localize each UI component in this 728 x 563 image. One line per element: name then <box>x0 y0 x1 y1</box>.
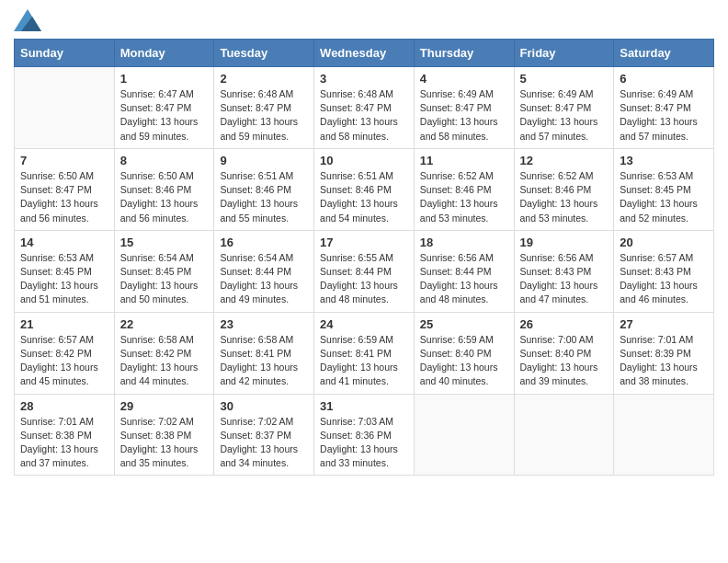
day-cell <box>414 394 514 476</box>
calendar-table: SundayMondayTuesdayWednesdayThursdayFrid… <box>14 39 714 476</box>
day-number: 20 <box>620 236 708 249</box>
day-number: 24 <box>320 317 408 331</box>
day-cell: 10Sunrise: 6:51 AM Sunset: 8:46 PM Dayli… <box>314 148 415 230</box>
day-info: Sunrise: 6:48 AM Sunset: 8:47 PM Dayligh… <box>320 87 408 144</box>
day-cell: 7Sunrise: 6:50 AM Sunset: 8:47 PM Daylig… <box>15 148 115 230</box>
day-info: Sunrise: 6:54 AM Sunset: 8:44 PM Dayligh… <box>220 251 308 307</box>
day-number: 27 <box>620 317 708 331</box>
week-row-1: 1Sunrise: 6:47 AM Sunset: 8:47 PM Daylig… <box>15 67 714 149</box>
day-cell <box>514 394 614 476</box>
day-cell: 28Sunrise: 7:01 AM Sunset: 8:38 PM Dayli… <box>15 394 115 476</box>
day-number: 15 <box>120 236 209 249</box>
day-number: 5 <box>520 72 609 86</box>
day-info: Sunrise: 6:57 AM Sunset: 8:43 PM Dayligh… <box>620 251 708 307</box>
day-cell: 27Sunrise: 7:01 AM Sunset: 8:39 PM Dayli… <box>614 312 714 394</box>
day-number: 3 <box>320 72 408 86</box>
day-info: Sunrise: 7:01 AM Sunset: 8:38 PM Dayligh… <box>20 415 108 471</box>
day-info: Sunrise: 7:00 AM Sunset: 8:40 PM Dayligh… <box>520 333 609 389</box>
day-info: Sunrise: 7:03 AM Sunset: 8:36 PM Dayligh… <box>320 415 408 471</box>
week-row-3: 14Sunrise: 6:53 AM Sunset: 8:45 PM Dayli… <box>15 230 714 312</box>
day-cell: 25Sunrise: 6:59 AM Sunset: 8:40 PM Dayli… <box>414 312 514 394</box>
day-cell: 30Sunrise: 7:02 AM Sunset: 8:37 PM Dayli… <box>214 394 314 476</box>
day-info: Sunrise: 6:51 AM Sunset: 8:46 PM Dayligh… <box>320 169 408 225</box>
day-info: Sunrise: 6:56 AM Sunset: 8:43 PM Dayligh… <box>520 251 609 307</box>
day-number: 16 <box>220 236 308 249</box>
header-cell-monday: Monday <box>114 40 214 67</box>
day-number: 8 <box>120 154 209 167</box>
day-cell: 11Sunrise: 6:52 AM Sunset: 8:46 PM Dayli… <box>414 148 514 230</box>
day-cell <box>15 67 115 149</box>
day-number: 23 <box>220 317 308 331</box>
day-cell: 16Sunrise: 6:54 AM Sunset: 8:44 PM Dayli… <box>214 230 314 312</box>
day-cell: 13Sunrise: 6:53 AM Sunset: 8:45 PM Dayli… <box>614 148 714 230</box>
day-info: Sunrise: 6:54 AM Sunset: 8:45 PM Dayligh… <box>120 251 209 307</box>
header-cell-friday: Friday <box>514 40 614 67</box>
day-info: Sunrise: 7:01 AM Sunset: 8:39 PM Dayligh… <box>620 333 708 389</box>
day-info: Sunrise: 6:59 AM Sunset: 8:40 PM Dayligh… <box>420 333 508 389</box>
header <box>14 9 714 31</box>
header-row: SundayMondayTuesdayWednesdayThursdayFrid… <box>15 40 714 67</box>
day-cell: 19Sunrise: 6:56 AM Sunset: 8:43 PM Dayli… <box>514 230 614 312</box>
day-number: 12 <box>520 154 609 167</box>
day-number: 17 <box>320 236 408 249</box>
day-info: Sunrise: 6:48 AM Sunset: 8:47 PM Dayligh… <box>220 87 308 144</box>
day-number: 6 <box>620 72 708 86</box>
day-number: 7 <box>20 154 108 167</box>
day-number: 4 <box>420 72 508 86</box>
week-row-4: 21Sunrise: 6:57 AM Sunset: 8:42 PM Dayli… <box>15 312 714 394</box>
day-number: 13 <box>620 154 708 167</box>
day-cell: 24Sunrise: 6:59 AM Sunset: 8:41 PM Dayli… <box>314 312 415 394</box>
week-row-5: 28Sunrise: 7:01 AM Sunset: 8:38 PM Dayli… <box>15 394 714 476</box>
day-number: 28 <box>20 399 108 413</box>
header-cell-sunday: Sunday <box>15 40 115 67</box>
calendar-body: 1Sunrise: 6:47 AM Sunset: 8:47 PM Daylig… <box>15 67 714 476</box>
header-cell-thursday: Thursday <box>414 40 514 67</box>
day-cell: 5Sunrise: 6:49 AM Sunset: 8:47 PM Daylig… <box>514 67 614 149</box>
day-info: Sunrise: 6:58 AM Sunset: 8:42 PM Dayligh… <box>120 333 209 389</box>
day-info: Sunrise: 6:50 AM Sunset: 8:46 PM Dayligh… <box>120 169 209 225</box>
day-number: 30 <box>220 399 308 413</box>
day-info: Sunrise: 6:52 AM Sunset: 8:46 PM Dayligh… <box>520 169 609 225</box>
day-cell <box>614 394 714 476</box>
day-number: 26 <box>520 317 609 331</box>
day-number: 11 <box>420 154 508 167</box>
logo-icon <box>14 9 41 31</box>
day-info: Sunrise: 6:50 AM Sunset: 8:47 PM Dayligh… <box>20 169 108 225</box>
day-info: Sunrise: 7:02 AM Sunset: 8:37 PM Dayligh… <box>220 415 308 471</box>
day-cell: 26Sunrise: 7:00 AM Sunset: 8:40 PM Dayli… <box>514 312 614 394</box>
day-number: 9 <box>220 154 308 167</box>
day-info: Sunrise: 6:52 AM Sunset: 8:46 PM Dayligh… <box>420 169 508 225</box>
day-cell: 4Sunrise: 6:49 AM Sunset: 8:47 PM Daylig… <box>414 67 514 149</box>
day-cell: 2Sunrise: 6:48 AM Sunset: 8:47 PM Daylig… <box>214 67 314 149</box>
day-info: Sunrise: 6:59 AM Sunset: 8:41 PM Dayligh… <box>320 333 408 389</box>
day-cell: 20Sunrise: 6:57 AM Sunset: 8:43 PM Dayli… <box>614 230 714 312</box>
day-number: 1 <box>120 72 209 86</box>
logo <box>14 9 45 31</box>
day-info: Sunrise: 6:53 AM Sunset: 8:45 PM Dayligh… <box>620 169 708 225</box>
day-number: 21 <box>20 317 108 331</box>
day-cell: 21Sunrise: 6:57 AM Sunset: 8:42 PM Dayli… <box>15 312 115 394</box>
day-info: Sunrise: 7:02 AM Sunset: 8:38 PM Dayligh… <box>120 415 209 471</box>
day-cell: 1Sunrise: 6:47 AM Sunset: 8:47 PM Daylig… <box>114 67 214 149</box>
calendar-header: SundayMondayTuesdayWednesdayThursdayFrid… <box>15 40 714 67</box>
day-cell: 8Sunrise: 6:50 AM Sunset: 8:46 PM Daylig… <box>114 148 214 230</box>
day-number: 29 <box>120 399 209 413</box>
day-info: Sunrise: 6:49 AM Sunset: 8:47 PM Dayligh… <box>620 87 708 144</box>
day-info: Sunrise: 6:55 AM Sunset: 8:44 PM Dayligh… <box>320 251 408 307</box>
day-info: Sunrise: 6:49 AM Sunset: 8:47 PM Dayligh… <box>520 87 609 144</box>
header-cell-saturday: Saturday <box>614 40 714 67</box>
day-cell: 17Sunrise: 6:55 AM Sunset: 8:44 PM Dayli… <box>314 230 415 312</box>
header-cell-wednesday: Wednesday <box>314 40 415 67</box>
day-cell: 3Sunrise: 6:48 AM Sunset: 8:47 PM Daylig… <box>314 67 415 149</box>
day-number: 2 <box>220 72 308 86</box>
day-info: Sunrise: 6:56 AM Sunset: 8:44 PM Dayligh… <box>420 251 508 307</box>
day-cell: 12Sunrise: 6:52 AM Sunset: 8:46 PM Dayli… <box>514 148 614 230</box>
day-info: Sunrise: 6:51 AM Sunset: 8:46 PM Dayligh… <box>220 169 308 225</box>
day-cell: 15Sunrise: 6:54 AM Sunset: 8:45 PM Dayli… <box>114 230 214 312</box>
day-number: 31 <box>320 399 408 413</box>
day-info: Sunrise: 6:58 AM Sunset: 8:41 PM Dayligh… <box>220 333 308 389</box>
day-cell: 9Sunrise: 6:51 AM Sunset: 8:46 PM Daylig… <box>214 148 314 230</box>
day-number: 19 <box>520 236 609 249</box>
day-number: 18 <box>420 236 508 249</box>
day-number: 25 <box>420 317 508 331</box>
